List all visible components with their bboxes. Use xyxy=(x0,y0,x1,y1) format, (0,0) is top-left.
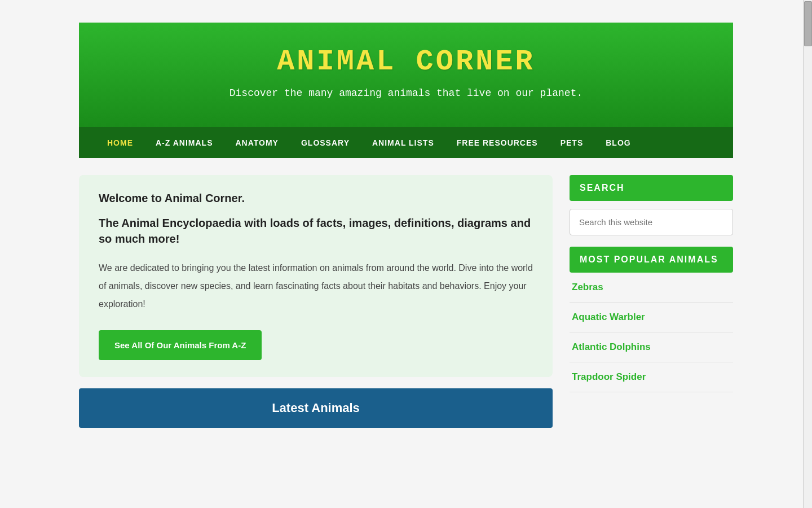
popular-animals-list: Zebras Aquatic Warbler Atlantic Dolphins… xyxy=(570,273,733,392)
list-item: Atlantic Dolphins xyxy=(570,332,733,362)
site-header: ANIMAL CORNER Discover the many amazing … xyxy=(79,23,733,127)
site-subtitle: Discover the many amazing animals that l… xyxy=(90,87,722,99)
latest-animals-title: Latest Animals xyxy=(91,401,540,415)
search-section-title: SEARCH xyxy=(570,175,733,201)
search-input[interactable] xyxy=(570,209,733,235)
popular-section-title: MOST POPULAR ANIMALS xyxy=(570,247,733,273)
welcome-body: We are dedicated to bringing you the lat… xyxy=(99,259,533,313)
sidebar-popular-section: MOST POPULAR ANIMALS Zebras Aquatic Warb… xyxy=(570,247,733,392)
nav-item-home[interactable]: HOME xyxy=(96,138,144,147)
nav-item-free-resources[interactable]: FREE RESOURCES xyxy=(445,138,549,147)
popular-animal-link-trapdoor-spider[interactable]: Trapdoor Spider xyxy=(572,371,646,382)
welcome-subtitle: The Animal Encyclopaedia with loads of f… xyxy=(99,215,533,247)
welcome-title: Welcome to Animal Corner. xyxy=(99,192,533,205)
sidebar-search-section: SEARCH xyxy=(570,175,733,235)
nav-item-anatomy[interactable]: ANATOMY xyxy=(224,138,289,147)
site-title: ANIMAL CORNER xyxy=(90,45,722,78)
nav-item-az-animals[interactable]: A-Z ANIMALS xyxy=(144,138,224,147)
nav-item-animal-lists[interactable]: ANIMAL LISTS xyxy=(361,138,445,147)
scrollbar-track[interactable] xyxy=(803,0,812,428)
latest-animals-box: Latest Animals xyxy=(79,388,553,428)
nav-item-pets[interactable]: PETS xyxy=(549,138,595,147)
cta-button[interactable]: See All Of Our Animals From A-Z xyxy=(99,330,262,360)
welcome-box: Welcome to Animal Corner. The Animal Enc… xyxy=(79,175,553,377)
list-item: Aquatic Warbler xyxy=(570,303,733,332)
main-container: Welcome to Animal Corner. The Animal Enc… xyxy=(79,175,733,428)
popular-animal-link-zebras[interactable]: Zebras xyxy=(572,282,603,292)
list-item: Zebras xyxy=(570,273,733,303)
scrollbar-thumb[interactable] xyxy=(804,1,812,46)
nav-item-glossary[interactable]: GLOSSARY xyxy=(290,138,361,147)
nav-item-blog[interactable]: BLOG xyxy=(594,138,642,147)
popular-animal-link-aquatic-warbler[interactable]: Aquatic Warbler xyxy=(572,312,645,322)
sidebar: SEARCH MOST POPULAR ANIMALS Zebras Aquat… xyxy=(570,175,733,392)
list-item: Trapdoor Spider xyxy=(570,362,733,392)
popular-animal-link-atlantic-dolphins[interactable]: Atlantic Dolphins xyxy=(572,341,651,352)
main-nav: HOME A-Z ANIMALS ANATOMY GLOSSARY ANIMAL… xyxy=(79,127,733,158)
content-area: Welcome to Animal Corner. The Animal Enc… xyxy=(79,175,553,428)
